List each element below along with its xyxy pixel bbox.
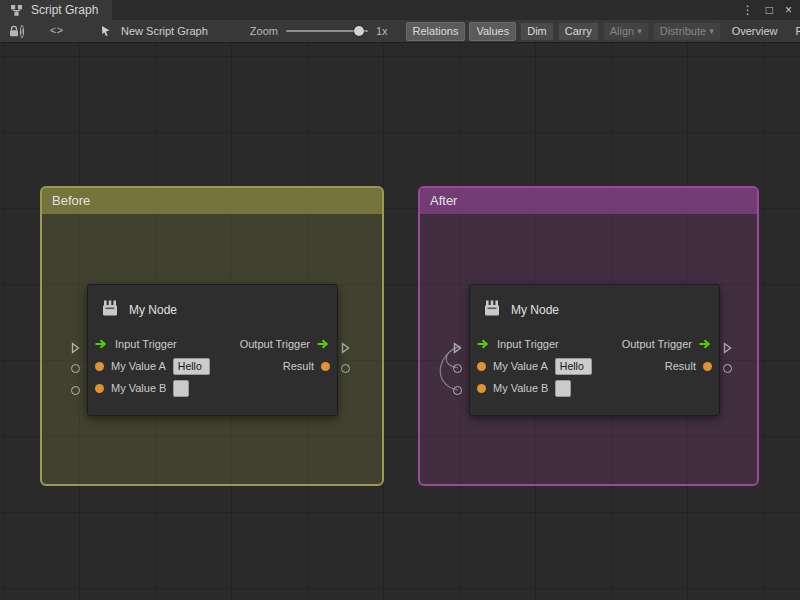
- toolbar-buttons: Relations Values Dim Carry Align▾ Distri…: [406, 22, 800, 41]
- relations-button[interactable]: Relations: [406, 22, 466, 41]
- distribute-dropdown[interactable]: Distribute▾: [653, 22, 721, 41]
- node-row-value-b: My Value B: [470, 377, 719, 399]
- output-trigger-label: Output Trigger: [622, 338, 692, 350]
- value-a-port[interactable]: [95, 362, 104, 371]
- flow-in-icon[interactable]: [95, 339, 108, 349]
- script-graph-window: Script Graph ⋮ □ × i <> New Script Graph: [0, 0, 800, 600]
- flow-in-icon[interactable]: [477, 339, 490, 349]
- group-after-header[interactable]: After: [420, 188, 757, 214]
- window-controls: ⋮ □ ×: [742, 0, 800, 20]
- flow-out-icon[interactable]: [699, 339, 712, 349]
- value-a-label: My Value A: [493, 360, 548, 372]
- node-header: My Node: [470, 285, 719, 331]
- node-row-trigger: Input Trigger Output Trigger: [88, 333, 337, 355]
- overview-button[interactable]: Overview: [725, 22, 785, 41]
- zoom-control: Zoom 1x: [250, 25, 388, 37]
- zoom-value: 1x: [376, 25, 388, 37]
- value-b-port-outer[interactable]: [453, 386, 462, 395]
- align-dropdown[interactable]: Align▾: [603, 22, 649, 41]
- cursor-icon: [97, 22, 115, 40]
- node-row-value-a: My Value A Hello Result: [88, 355, 337, 377]
- my-node-icon: [100, 298, 120, 322]
- zoom-label: Zoom: [250, 25, 278, 37]
- value-a-port-outer[interactable]: [71, 364, 80, 373]
- value-a-port[interactable]: [477, 362, 486, 371]
- flow-out-icon[interactable]: [317, 339, 330, 349]
- tab-script-graph[interactable]: Script Graph: [0, 0, 112, 20]
- node-row-value-a: My Value A Hello Result: [470, 355, 719, 377]
- node-title: My Node: [511, 303, 559, 317]
- flow-output-port-outer[interactable]: [723, 340, 732, 358]
- value-b-input[interactable]: [173, 380, 189, 397]
- graph-toolbar: i <> New Script Graph Zoom 1x Relations …: [0, 20, 800, 43]
- value-a-input[interactable]: Hello: [173, 358, 210, 375]
- carry-button[interactable]: Carry: [558, 22, 599, 41]
- group-after[interactable]: After: [418, 186, 759, 486]
- result-port[interactable]: [703, 362, 712, 371]
- value-b-label: My Value B: [111, 382, 166, 394]
- value-a-label: My Value A: [111, 360, 166, 372]
- node-row-value-b: My Value B: [88, 377, 337, 399]
- value-b-input[interactable]: [555, 380, 571, 397]
- script-graph-icon: [7, 1, 25, 19]
- node-row-trigger: Input Trigger Output Trigger: [470, 333, 719, 355]
- value-b-label: My Value B: [493, 382, 548, 394]
- maximize-icon[interactable]: □: [766, 0, 773, 20]
- result-label: Result: [283, 360, 314, 372]
- result-port[interactable]: [321, 362, 330, 371]
- result-label: Result: [665, 360, 696, 372]
- graph-name-group: New Script Graph: [97, 22, 208, 40]
- connection-wires: [426, 328, 470, 412]
- tab-bar: Script Graph ⋮ □ ×: [0, 0, 800, 20]
- input-trigger-label: Input Trigger: [497, 338, 559, 350]
- group-before-header[interactable]: Before: [42, 188, 382, 214]
- value-a-port-outer[interactable]: [453, 364, 462, 373]
- value-b-port-outer[interactable]: [71, 386, 80, 395]
- output-trigger-label: Output Trigger: [240, 338, 310, 350]
- flow-input-port-outer[interactable]: [453, 340, 462, 358]
- value-a-input[interactable]: Hello: [555, 358, 592, 375]
- input-trigger-label: Input Trigger: [115, 338, 177, 350]
- value-b-port[interactable]: [95, 384, 104, 393]
- tab-title: Script Graph: [31, 3, 98, 17]
- node-title: My Node: [129, 303, 177, 317]
- result-port-outer[interactable]: [723, 364, 732, 373]
- value-b-port[interactable]: [477, 384, 486, 393]
- code-icon[interactable]: <>: [50, 25, 63, 37]
- chevron-down-icon: ▾: [637, 23, 642, 40]
- node-header: My Node: [88, 285, 337, 331]
- zoom-slider[interactable]: [286, 25, 368, 37]
- chevron-down-icon: ▾: [709, 23, 714, 40]
- lock-icon[interactable]: [8, 22, 20, 40]
- my-node-after[interactable]: My Node Input Trigger Output Trigger: [469, 284, 720, 416]
- info-icon[interactable]: i: [20, 25, 24, 38]
- my-node-icon: [482, 298, 502, 322]
- fullscreen-button[interactable]: Full Scr: [789, 22, 800, 41]
- close-icon[interactable]: ×: [785, 0, 792, 20]
- zoom-slider-knob[interactable]: [354, 26, 364, 36]
- graph-canvas[interactable]: Before: [0, 43, 800, 600]
- flow-output-port-outer[interactable]: [341, 340, 350, 358]
- kebab-menu-icon[interactable]: ⋮: [742, 0, 754, 20]
- group-before[interactable]: Before: [40, 186, 384, 486]
- result-port-outer[interactable]: [341, 364, 350, 373]
- graph-name-label[interactable]: New Script Graph: [121, 25, 208, 37]
- values-button[interactable]: Values: [469, 22, 516, 41]
- my-node-before[interactable]: My Node Input Trigger Output Trigger: [87, 284, 338, 416]
- flow-input-port-outer[interactable]: [71, 340, 80, 358]
- dim-button[interactable]: Dim: [520, 22, 554, 41]
